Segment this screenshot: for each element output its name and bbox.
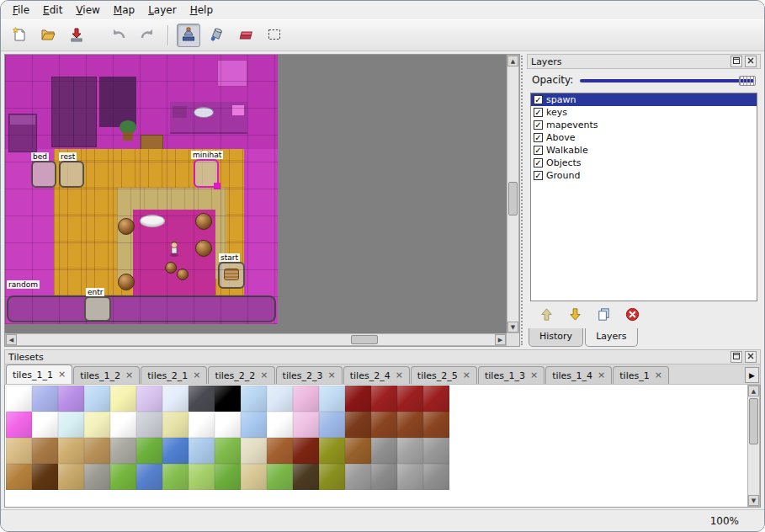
tileset-tile[interactable] xyxy=(423,464,449,490)
menu-view[interactable]: View xyxy=(69,3,106,18)
tileset-tile[interactable] xyxy=(162,386,189,412)
layer-row[interactable]: ✓ Walkable xyxy=(531,144,757,157)
close-tab-icon[interactable]: × xyxy=(530,371,538,380)
tileset-tile[interactable] xyxy=(84,438,110,464)
tileset-tile[interactable] xyxy=(136,386,162,412)
bucket-fill-button[interactable] xyxy=(205,24,229,47)
opacity-slider[interactable] xyxy=(580,74,756,86)
menu-edit[interactable]: Edit xyxy=(36,3,69,18)
close-tab-icon[interactable]: × xyxy=(598,371,605,380)
tab-layers[interactable]: Layers xyxy=(585,328,637,347)
tileset-tile[interactable] xyxy=(32,386,58,412)
opacity-slider-track[interactable] xyxy=(580,79,754,82)
tileset-tab[interactable]: tiles_1_2 × xyxy=(73,366,140,384)
raise-layer-button[interactable] xyxy=(535,306,557,326)
tileset-tile[interactable] xyxy=(267,464,293,490)
map-horizontal-scrollbar[interactable]: ◀ ▶ xyxy=(5,333,507,346)
layer-visibility-checkbox[interactable]: ✓ xyxy=(534,108,543,117)
save-button[interactable] xyxy=(65,24,88,47)
tileset-tile[interactable] xyxy=(319,386,345,412)
tileset-tile[interactable] xyxy=(319,412,345,438)
tileset-tile[interactable] xyxy=(397,464,423,490)
tilesets-panel-titlebar[interactable]: Tilesets xyxy=(4,349,761,364)
tileset-tile[interactable] xyxy=(293,412,319,438)
tileset-tile[interactable] xyxy=(319,464,345,490)
tileset-tab[interactable]: tiles_2_4 × xyxy=(343,366,410,384)
tileset-tab[interactable]: tiles_2_5 × xyxy=(411,366,477,384)
tileset-tile[interactable] xyxy=(136,412,162,438)
tileset-tile[interactable] xyxy=(6,438,32,464)
lower-layer-button[interactable] xyxy=(564,306,586,326)
map-object-rest[interactable] xyxy=(59,161,84,188)
close-tab-icon[interactable]: × xyxy=(396,371,403,380)
tileset-tile[interactable] xyxy=(345,438,371,464)
map-object-entr[interactable] xyxy=(84,296,111,322)
scroll-up-icon[interactable]: ▲ xyxy=(507,56,518,66)
scroll-down-icon[interactable]: ▼ xyxy=(507,322,518,332)
map-hscroll-thumb[interactable] xyxy=(351,335,378,344)
close-panel-button[interactable] xyxy=(745,56,757,67)
map-vertical-scrollbar[interactable]: ▲ ▼ xyxy=(507,55,519,333)
tileset-tile[interactable] xyxy=(267,438,293,464)
tileset-tile[interactable] xyxy=(371,412,397,438)
map-canvas[interactable]: bed rest minihat start random entr xyxy=(5,55,278,324)
tileset-view[interactable]: ▲ ▼ xyxy=(4,385,761,508)
layer-visibility-checkbox[interactable]: ✓ xyxy=(534,120,543,130)
tileset-tile[interactable] xyxy=(58,438,84,464)
tileset-tile[interactable] xyxy=(397,438,423,464)
tileset-tile[interactable] xyxy=(423,412,449,438)
dock-resize-handle[interactable] xyxy=(521,56,526,345)
layer-row[interactable]: ✓ spawn xyxy=(531,93,757,106)
tileset-tab[interactable]: tiles_2_3 × xyxy=(276,366,343,384)
scroll-up-icon[interactable]: ▲ xyxy=(748,386,759,396)
tileset-tile[interactable] xyxy=(84,412,110,438)
tileset-tile[interactable] xyxy=(345,386,371,412)
tileset-tile[interactable] xyxy=(241,438,267,464)
redo-button[interactable] xyxy=(135,24,159,47)
layer-visibility-checkbox[interactable]: ✓ xyxy=(534,133,543,142)
float-panel-button[interactable] xyxy=(730,56,742,67)
menu-layer[interactable]: Layer xyxy=(141,3,183,18)
tileset-tile[interactable] xyxy=(423,438,449,464)
close-tab-icon[interactable]: × xyxy=(327,371,335,380)
layer-row[interactable]: ✓ Ground xyxy=(531,169,757,182)
tileset-tab[interactable]: tiles_1_1 × xyxy=(6,364,72,384)
stamp-brush-button[interactable] xyxy=(177,24,200,47)
scroll-left-icon[interactable]: ◀ xyxy=(6,334,17,345)
tileset-tile[interactable] xyxy=(32,438,58,464)
undo-button[interactable] xyxy=(107,24,130,47)
tileset-tile[interactable] xyxy=(215,464,241,490)
layer-row[interactable]: ✓ mapevents xyxy=(531,119,757,131)
tileset-tile[interactable] xyxy=(345,412,371,438)
tileset-tile[interactable] xyxy=(32,464,58,490)
eraser-button[interactable] xyxy=(234,24,258,47)
float-panel-button[interactable] xyxy=(730,351,742,363)
tileset-tile[interactable] xyxy=(215,412,241,438)
new-file-button[interactable] xyxy=(8,24,31,47)
layer-visibility-checkbox[interactable]: ✓ xyxy=(534,158,543,168)
tileset-tile[interactable] xyxy=(110,438,136,464)
tileset-tile[interactable] xyxy=(32,412,58,438)
map-object-minihat[interactable] xyxy=(194,159,219,188)
tileset-tile[interactable] xyxy=(397,412,423,438)
tileset-tile[interactable] xyxy=(267,412,293,438)
open-button[interactable] xyxy=(36,24,60,47)
tileset-tab[interactable]: tiles_2_2 × xyxy=(208,366,274,384)
tileset-tile[interactable] xyxy=(162,464,189,490)
map-object-random[interactable] xyxy=(7,295,276,322)
map-vscroll-thumb[interactable] xyxy=(508,182,518,215)
map-object-resize-handle[interactable] xyxy=(214,183,220,189)
tileset-tile[interactable] xyxy=(58,464,84,490)
tileset-tile[interactable] xyxy=(110,464,136,490)
tileset-tile[interactable] xyxy=(241,464,267,490)
menu-file[interactable]: File xyxy=(6,3,36,18)
layer-row[interactable]: ✓ Objects xyxy=(531,157,757,169)
tileset-tile[interactable] xyxy=(423,386,449,412)
tileset-tile[interactable] xyxy=(397,386,423,412)
layer-visibility-checkbox[interactable]: ✓ xyxy=(534,171,543,180)
tileset-tile[interactable] xyxy=(110,386,136,412)
tileset-tile[interactable] xyxy=(84,386,110,412)
layer-visibility-checkbox[interactable]: ✓ xyxy=(534,146,543,155)
close-tab-icon[interactable]: × xyxy=(58,370,66,379)
close-tab-icon[interactable]: × xyxy=(260,371,268,380)
